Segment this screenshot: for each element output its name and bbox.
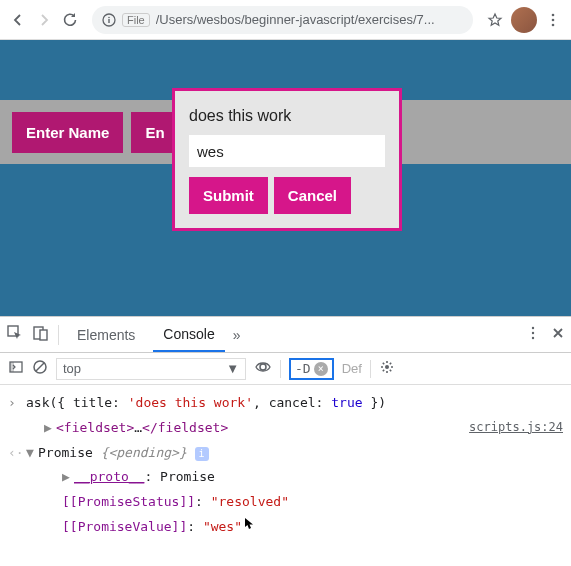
prompt-modal: does this work Submit Cancel	[172, 88, 402, 231]
return-icon: ‹·	[8, 443, 26, 464]
url-text: /Users/wesbos/beginner-javascript/exerci…	[156, 12, 463, 27]
svg-point-1	[108, 16, 110, 18]
bookmark-star-icon[interactable]	[485, 10, 505, 30]
console-status-line: [[PromiseStatus]]: "resolved"	[0, 490, 571, 515]
modal-actions: Submit Cancel	[189, 177, 385, 214]
modal-input[interactable]	[189, 135, 385, 167]
console-filter-input[interactable]: -D ×	[289, 358, 334, 380]
tab-elements[interactable]: Elements	[67, 319, 145, 351]
console-toolbar: top ▼ -D × Def	[0, 353, 571, 385]
svg-point-15	[260, 364, 266, 370]
close-devtools-icon[interactable]	[551, 326, 565, 343]
svg-rect-8	[40, 330, 47, 340]
console-proto-line: ▶__proto__: Promise	[0, 465, 571, 490]
console-return-promise: ‹· ▼Promise {<pending>} i	[0, 441, 571, 466]
filter-placeholder: Def	[342, 361, 362, 376]
devtools-panel: Elements Console » top ▼ -D × Def › ask(…	[0, 316, 571, 540]
console-body[interactable]: › ask({ title: 'does this work', cancel:…	[0, 385, 571, 540]
svg-point-10	[532, 332, 534, 334]
execution-context-select[interactable]: top ▼	[56, 358, 246, 380]
expand-arrow-icon[interactable]: ▶	[62, 467, 74, 488]
chevron-down-icon: ▼	[226, 361, 239, 376]
console-settings-icon[interactable]	[379, 359, 395, 378]
tabs-overflow-icon[interactable]: »	[233, 327, 241, 343]
cursor-pointer-icon	[244, 517, 254, 538]
svg-point-5	[552, 23, 555, 26]
cancel-button[interactable]: Cancel	[274, 177, 351, 214]
info-badge-icon[interactable]: i	[195, 447, 209, 461]
modal-title: does this work	[189, 107, 385, 125]
expand-arrow-icon[interactable]: ▶	[44, 418, 56, 439]
url-scheme-label: File	[122, 13, 150, 27]
menu-button[interactable]	[543, 10, 563, 30]
enter-name-button[interactable]: Enter Name	[12, 112, 123, 153]
clear-filter-icon[interactable]: ×	[314, 362, 328, 376]
page-viewport: Enter Name En does this work Submit Canc…	[0, 40, 571, 316]
inspect-icon[interactable]	[6, 324, 24, 345]
console-log-fieldset: scripts.js:24 ▶<fieldset>…</fieldset>	[0, 416, 571, 441]
browser-toolbar: File /Users/wesbos/beginner-javascript/e…	[0, 0, 571, 40]
address-bar[interactable]: File /Users/wesbos/beginner-javascript/e…	[92, 6, 473, 34]
devtools-menu-icon[interactable]	[525, 325, 541, 344]
svg-rect-13	[10, 362, 14, 372]
profile-avatar[interactable]	[511, 7, 537, 33]
svg-point-16	[385, 365, 389, 369]
clear-console-icon[interactable]	[32, 359, 48, 378]
console-value-line: [[PromiseValue]]: "wes"	[0, 515, 571, 540]
live-expression-icon[interactable]	[254, 358, 272, 379]
svg-point-11	[532, 337, 534, 339]
tab-console[interactable]: Console	[153, 318, 224, 352]
back-button[interactable]	[8, 10, 28, 30]
console-input-line: › ask({ title: 'does this work', cancel:…	[0, 391, 571, 416]
svg-point-3	[552, 13, 555, 16]
info-icon	[102, 13, 116, 27]
collapse-arrow-icon[interactable]: ▼	[26, 443, 38, 464]
svg-point-9	[532, 327, 534, 329]
prompt-icon: ›	[8, 393, 26, 414]
device-toggle-icon[interactable]	[32, 324, 50, 345]
devtools-tabs: Elements Console »	[0, 317, 571, 353]
context-label: top	[63, 361, 81, 376]
source-link[interactable]: scripts.js:24	[469, 418, 563, 437]
forward-button[interactable]	[34, 10, 54, 30]
svg-point-4	[552, 18, 555, 21]
svg-rect-2	[108, 19, 109, 23]
submit-button[interactable]: Submit	[189, 177, 268, 214]
reload-button[interactable]	[60, 10, 80, 30]
console-sidebar-toggle-icon[interactable]	[8, 359, 24, 378]
